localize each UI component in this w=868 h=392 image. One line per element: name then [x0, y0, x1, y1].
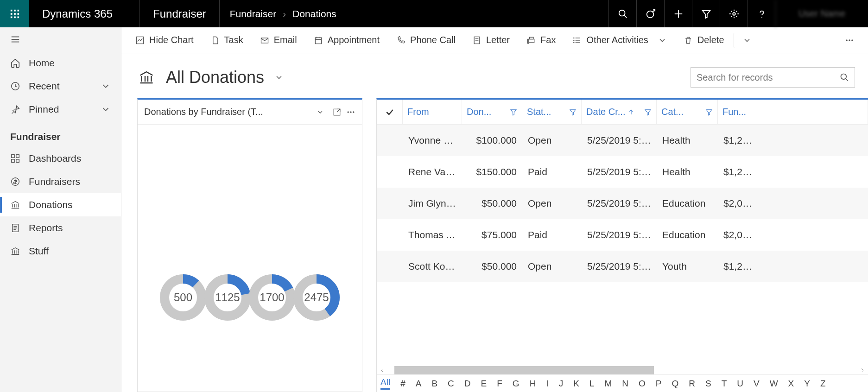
alpha-letter[interactable]: X — [788, 379, 794, 389]
alpha-letter[interactable]: O — [639, 379, 646, 389]
funnel-icon[interactable] — [705, 108, 713, 116]
cmd-other-activities[interactable]: Other Activities — [565, 32, 674, 48]
table-row[interactable]: Yvonne M... $100.000 Open 5/25/2019 5:0.… — [377, 125, 868, 156]
alpha-all[interactable]: All — [380, 377, 390, 390]
record-search[interactable] — [691, 67, 855, 88]
cmd-task[interactable]: Task — [203, 32, 251, 48]
chevron-right-icon[interactable] — [860, 367, 865, 373]
col-category[interactable]: Cat... — [657, 100, 718, 124]
mail-icon — [260, 36, 269, 45]
settings-button[interactable] — [720, 0, 748, 27]
svg-marker-71 — [706, 109, 712, 115]
alpha-letter[interactable]: H — [530, 379, 536, 389]
table-row[interactable]: Thomas A... $75.000 Paid 5/25/2019 5:0..… — [377, 219, 868, 251]
alpha-letter[interactable]: I — [546, 379, 548, 389]
sidebar-toggle[interactable] — [0, 27, 121, 51]
alpha-letter[interactable]: R — [689, 379, 695, 389]
cmd-fax[interactable]: Fax — [519, 32, 563, 48]
cell-status: Paid — [522, 166, 582, 177]
scroll-thumb[interactable] — [394, 366, 654, 374]
cmd-email[interactable]: Email — [253, 32, 304, 48]
alpha-letter[interactable]: E — [481, 379, 487, 389]
cmd-appointment[interactable]: Appointment — [306, 32, 387, 48]
select-all-checkbox[interactable] — [377, 100, 403, 124]
alpha-letter[interactable]: D — [464, 379, 471, 389]
alpha-letter[interactable]: # — [400, 379, 405, 389]
cmd-overflow[interactable] — [837, 33, 862, 48]
funnel-icon[interactable] — [510, 108, 517, 116]
alpha-letter[interactable]: B — [431, 379, 437, 389]
table-row[interactable]: Scott Kon... $50.000 Open 5/25/2019 5:0.… — [377, 251, 868, 282]
col-fundraiser[interactable]: Fun... — [718, 100, 868, 124]
task-flow-button[interactable] — [636, 0, 664, 27]
cmd-letter[interactable]: Letter — [465, 32, 517, 48]
table-row[interactable]: Jim Glynn... $50.000 Open 5/25/2019 5:0.… — [377, 188, 868, 219]
alpha-letter[interactable]: U — [737, 379, 743, 389]
alpha-letter[interactable]: L — [589, 379, 595, 389]
alpha-letter[interactable]: Y — [804, 379, 810, 389]
cell-fundraiser: $1,200 — [718, 166, 759, 177]
view-selector[interactable]: All Donations — [166, 68, 284, 87]
expand-icon[interactable] — [332, 107, 342, 117]
grid-body[interactable]: Yvonne M... $100.000 Open 5/25/2019 5:0.… — [377, 125, 868, 366]
svg-point-9 — [619, 10, 625, 16]
user-profile[interactable]: User Name — [775, 0, 868, 27]
letter-icon — [472, 36, 482, 45]
alpha-letter[interactable]: J — [559, 379, 564, 389]
chevron-left-icon[interactable] — [380, 367, 385, 373]
alpha-letter[interactable]: F — [497, 379, 502, 389]
alpha-letter[interactable]: T — [722, 379, 727, 389]
help-button[interactable] — [748, 0, 775, 27]
advanced-find-button[interactable] — [692, 0, 720, 27]
alpha-letter[interactable]: C — [448, 379, 454, 389]
alpha-letter[interactable]: Z — [820, 379, 826, 389]
alpha-letter[interactable]: N — [622, 379, 628, 389]
svg-marker-15 — [702, 10, 710, 18]
alpha-letter[interactable]: G — [513, 379, 520, 389]
alpha-letter[interactable]: W — [770, 379, 778, 389]
col-from[interactable]: From — [403, 100, 462, 124]
alpha-letter[interactable]: V — [754, 379, 760, 389]
cmd-phone[interactable]: Phone Call — [389, 32, 463, 48]
nav-donations[interactable]: Donations — [0, 193, 121, 216]
more-icon[interactable] — [346, 107, 355, 117]
record-search-input[interactable] — [697, 72, 840, 83]
nav-recent[interactable]: Recent — [0, 75, 121, 98]
nav-home[interactable]: Home — [0, 51, 121, 75]
cell-donation: $50.000 — [462, 198, 522, 209]
col-date[interactable]: Date Cr... — [582, 100, 657, 124]
alpha-letter[interactable]: P — [656, 379, 662, 389]
nav-pinned[interactable]: Pinned — [0, 98, 121, 121]
scroll-track[interactable] — [385, 366, 860, 374]
alpha-letter[interactable]: M — [604, 379, 612, 389]
cmd-delete-split[interactable] — [734, 33, 760, 48]
app-launcher-button[interactable] — [0, 0, 29, 27]
funnel-icon[interactable] — [569, 108, 577, 116]
chevron-down-icon[interactable] — [317, 108, 324, 116]
nav-reports[interactable]: Reports — [0, 216, 121, 240]
nav-stuff[interactable]: Stuff — [0, 240, 121, 263]
col-donation[interactable]: Don... — [462, 100, 522, 124]
donut-chart[interactable]: 2475 — [291, 272, 342, 323]
svg-rect-23 — [16, 155, 19, 158]
nav-fundraisers[interactable]: Fundraisers — [0, 170, 121, 193]
global-search-button[interactable] — [608, 0, 636, 27]
table-row[interactable]: Rene Vald... $150.000 Paid 5/25/2019 5:0… — [377, 156, 868, 188]
alpha-letter[interactable]: K — [573, 379, 579, 389]
col-status[interactable]: Stat... — [522, 100, 582, 124]
cmd-delete[interactable]: Delete — [676, 32, 732, 48]
list-icon — [572, 36, 582, 45]
quick-create-button[interactable] — [664, 0, 692, 27]
breadcrumb-item[interactable]: Fundraiser — [230, 8, 276, 19]
funnel-icon[interactable] — [644, 108, 652, 116]
grid-hscroll[interactable] — [377, 366, 868, 374]
breadcrumb-item[interactable]: Donations — [292, 8, 336, 19]
alpha-letter[interactable]: Q — [672, 379, 678, 389]
alpha-letter[interactable]: A — [416, 379, 422, 389]
nav-dashboards[interactable]: Dashboards — [0, 147, 121, 170]
cmd-hide-chart[interactable]: Hide Chart — [128, 32, 201, 48]
alpha-letter[interactable]: S — [705, 379, 711, 389]
main-area: Hide Chart Task Email Appointment Phone … — [121, 27, 868, 392]
phone-icon — [396, 36, 405, 45]
app-switcher[interactable]: Dynamics 365 — [29, 0, 140, 27]
